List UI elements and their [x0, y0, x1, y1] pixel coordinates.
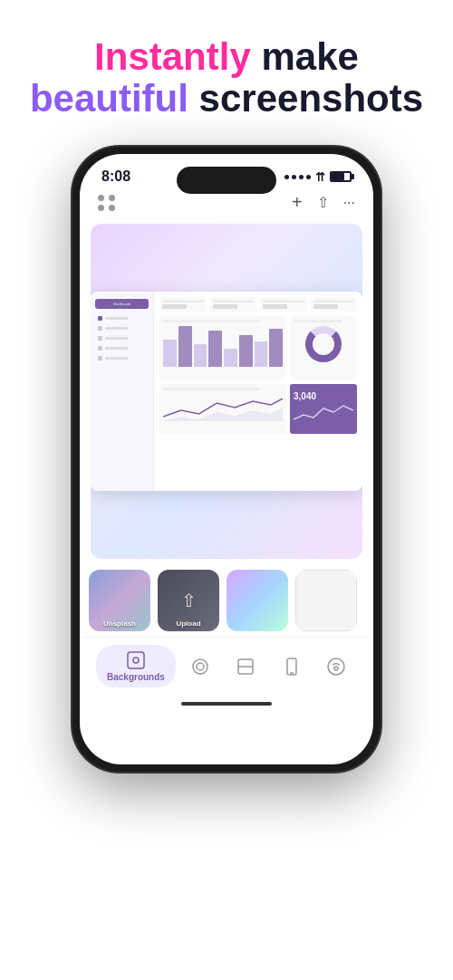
headline-make: make [251, 35, 359, 78]
signal-dot-4 [306, 175, 311, 179]
signal-dot-2 [292, 175, 296, 179]
nav-item-device[interactable] [270, 651, 312, 682]
thumbnail-gradient1-bg [226, 570, 288, 631]
bar-3 [194, 344, 207, 367]
svg-rect-0 [128, 652, 144, 668]
add-tab-button[interactable]: + [292, 192, 303, 213]
line-chart [159, 384, 286, 434]
dashboard-charts-row [159, 316, 357, 380]
phone-screen: 8:08 ⇈ [80, 154, 373, 764]
headline-line2: beautiful screenshots [18, 78, 435, 120]
metric-card: 3,040 [290, 384, 357, 434]
thumbnail-upload[interactable]: ⇧ Upload [158, 570, 219, 631]
headline-line1: Instantly make [18, 36, 435, 78]
signal-dot-3 [299, 175, 304, 179]
more-button[interactable]: ··· [343, 195, 355, 211]
browser-tabs-icon[interactable] [98, 195, 116, 211]
bottom-nav: Backgrounds [85, 637, 368, 698]
donut-chart-circle [305, 326, 342, 362]
nav-item-backgrounds[interactable]: Backgrounds [96, 645, 176, 687]
dynamic-island [177, 167, 276, 194]
stat-card-3 [260, 297, 307, 312]
thumbnail-white[interactable] [295, 570, 357, 631]
phone-container: 8:08 ⇈ [0, 147, 453, 772]
bar-5 [224, 349, 237, 367]
sparkline [294, 401, 353, 428]
line-chart-svg [163, 394, 283, 421]
thumbnails-scroll[interactable]: Unsplash ⇧ Upload [89, 570, 364, 631]
backgrounds-icon [126, 650, 146, 670]
device-icon [281, 657, 301, 677]
signal-dot-1 [284, 175, 289, 179]
dashboard-mockup: Dashboard [91, 292, 362, 491]
nav-item-export[interactable] [315, 651, 357, 682]
bar-4 [208, 331, 222, 367]
dashboard-main: 3,040 [154, 292, 362, 491]
dash-sidebar-item-2 [95, 324, 149, 332]
browser-actions: + ⇧ ··· [292, 192, 355, 213]
thumbnail-white-bg [295, 570, 357, 631]
signal-icon [284, 175, 311, 179]
donut-chart [290, 316, 357, 380]
nav-label-backgrounds: Backgrounds [107, 672, 165, 682]
thumbnail-unsplash[interactable]: Unsplash [89, 570, 150, 631]
dashboard-sidebar-header: Dashboard [95, 299, 149, 309]
bar-8 [269, 329, 283, 367]
thumbnail-gradient1[interactable] [226, 570, 288, 631]
phone-mockup: 8:08 ⇈ [72, 147, 381, 772]
browser-dot-1 [98, 195, 104, 201]
battery-icon [330, 171, 352, 182]
metric-value: 3,040 [294, 391, 353, 401]
headline-beautiful: beautiful [30, 77, 188, 120]
svg-point-2 [193, 659, 207, 674]
thumbnails-area: Unsplash ⇧ Upload [80, 562, 373, 637]
dash-sidebar-item-3 [95, 334, 149, 342]
browser-dot-4 [109, 205, 115, 211]
frames-icon [190, 657, 210, 677]
dash-sidebar-item-5 [95, 354, 149, 362]
bar-7 [255, 341, 268, 367]
svg-point-1 [133, 658, 139, 663]
dashboard-stats-row [159, 297, 357, 312]
browser-dot-2 [109, 195, 115, 201]
share-button[interactable]: ⇧ [317, 194, 329, 211]
dashboard-bottom-row: 3,040 [159, 384, 357, 434]
stat-card-1 [159, 297, 207, 312]
home-indicator [181, 702, 272, 706]
nav-item-frames[interactable] [179, 651, 221, 682]
screenshot-preview: Dashboard [91, 224, 362, 559]
bar-chart-bars [163, 326, 283, 367]
battery-fill [332, 173, 344, 180]
upload-icon: ⇧ [181, 590, 197, 611]
export-icon [326, 657, 346, 677]
nav-item-style[interactable] [225, 651, 266, 682]
bar-1 [163, 340, 177, 367]
thumbnail-upload-label: Upload [158, 620, 219, 628]
status-icons: ⇈ [284, 170, 352, 184]
header-section: Instantly make beautiful screenshots [0, 0, 453, 138]
wifi-icon: ⇈ [315, 170, 325, 184]
browser-dot-3 [98, 205, 104, 211]
dashboard-sidebar: Dashboard [91, 292, 154, 491]
stat-card-2 [210, 297, 257, 312]
status-time: 8:08 [101, 168, 130, 185]
svg-point-3 [197, 663, 204, 670]
bar-2 [178, 326, 192, 367]
style-icon [236, 657, 255, 677]
dash-sidebar-item-4 [95, 344, 149, 352]
headline-screenshots: screenshots [188, 77, 423, 120]
stat-card-4 [311, 297, 358, 312]
svg-point-9 [334, 667, 338, 670]
bar-chart [159, 316, 286, 380]
dash-sidebar-item-1 [95, 314, 149, 322]
bar-6 [239, 335, 253, 367]
thumbnail-unsplash-label: Unsplash [89, 620, 150, 628]
headline-instantly: Instantly [94, 35, 251, 78]
